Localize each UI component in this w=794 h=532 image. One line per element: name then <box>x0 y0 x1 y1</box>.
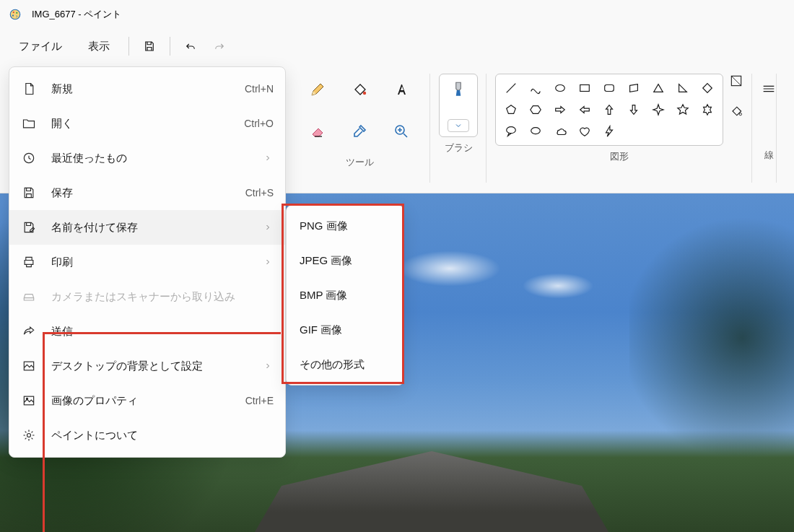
menu-label: カメラまたはスキャナーから取り込み <box>51 290 274 304</box>
shape-arrow-left[interactable] <box>572 99 597 121</box>
tools-label: ツール <box>346 156 374 169</box>
save-button[interactable] <box>135 33 164 59</box>
chevron-right-icon <box>262 258 274 266</box>
undo-button[interactable] <box>176 33 205 59</box>
menu-label: デスクトップの背景として設定 <box>51 359 262 373</box>
submenu-bmp[interactable]: BMP 画像 <box>287 278 403 313</box>
submenu-label: その他の形式 <box>300 358 365 372</box>
shape-hexagon[interactable] <box>523 99 548 121</box>
submenu-label: JPEG 画像 <box>300 254 352 268</box>
text-tool[interactable] <box>381 69 422 110</box>
shape-line[interactable] <box>499 77 523 99</box>
file-menu-properties[interactable]: 画像のプロパティ Ctrl+E <box>9 383 285 418</box>
file-menu-new[interactable]: 新規 Ctrl+N <box>9 71 285 106</box>
file-icon <box>21 82 37 96</box>
ribbon-group-shapes: 図形 <box>487 64 752 193</box>
menu-view[interactable]: 表示 <box>75 34 123 59</box>
file-menu-save[interactable]: 保存 Ctrl+S <box>9 175 285 210</box>
svg-point-10 <box>531 128 541 134</box>
menu-accel: Ctrl+O <box>244 118 274 129</box>
submenu-label: BMP 画像 <box>300 289 347 302</box>
shape-heart[interactable] <box>572 121 597 142</box>
file-menu-about[interactable]: ペイントについて <box>9 418 285 453</box>
shape-rect[interactable] <box>572 77 597 99</box>
menu-file[interactable]: ファイル <box>6 34 75 59</box>
chevron-down-icon <box>448 119 469 132</box>
submenu-other[interactable]: その他の形式 <box>287 347 403 382</box>
file-menu-send[interactable]: 送信 <box>9 314 285 349</box>
chevron-right-icon <box>262 154 274 162</box>
menu-label: 名前を付けて保存 <box>51 221 262 235</box>
menu-accel: Ctrl+E <box>245 395 274 406</box>
ribbon-group-line: 線 <box>752 64 777 193</box>
zoom-tool[interactable] <box>381 111 422 152</box>
shape-arrow-down[interactable] <box>621 99 646 121</box>
shape-arrow-right[interactable] <box>548 99 572 121</box>
eraser-tool[interactable] <box>297 111 338 152</box>
shape-callout-oval[interactable] <box>523 121 548 142</box>
menu-label: 新規 <box>51 82 245 96</box>
shapes-gallery[interactable] <box>495 74 723 146</box>
shape-star5[interactable] <box>671 99 695 121</box>
brush-label: ブラシ <box>445 141 473 154</box>
shape-curve[interactable] <box>523 77 548 99</box>
menu-label: 印刷 <box>51 256 262 269</box>
highlight-connector <box>43 332 281 334</box>
wallpaper-icon <box>21 359 37 373</box>
brush-dropdown[interactable] <box>439 74 478 137</box>
line-icon[interactable] <box>761 81 777 100</box>
shape-callout-round[interactable] <box>499 121 523 142</box>
ribbon-group-tools: ツール <box>289 64 430 193</box>
redo-button[interactable] <box>205 33 234 59</box>
shape-triangle[interactable] <box>646 77 671 99</box>
shape-polygon[interactable] <box>621 77 646 99</box>
svg-point-12 <box>739 113 741 115</box>
window-title: IMG_6677 - ペイント <box>32 8 121 21</box>
menu-label: 最近使ったもの <box>51 152 262 165</box>
submenu-gif[interactable]: GIF 画像 <box>287 313 403 347</box>
titlebar: IMG_6677 - ペイント <box>0 0 794 29</box>
chevron-right-icon <box>262 362 274 370</box>
file-menu-print[interactable]: 印刷 <box>9 245 285 279</box>
clock-icon <box>21 151 37 165</box>
shape-arrow-up[interactable] <box>597 99 621 121</box>
separator <box>128 37 129 56</box>
shape-fill-icon[interactable] <box>729 104 743 121</box>
menu-accel: Ctrl+N <box>245 83 274 95</box>
file-menu: 新規 Ctrl+N 開く Ctrl+O 最近使ったもの 保存 Ctrl+S 名前… <box>9 66 286 458</box>
save-as-icon <box>21 220 37 235</box>
shapes-label: 図形 <box>610 150 629 163</box>
submenu-jpeg[interactable]: JPEG 画像 <box>287 243 403 278</box>
shape-roundrect[interactable] <box>597 77 621 99</box>
properties-icon <box>21 393 37 408</box>
fill-tool[interactable] <box>339 69 380 110</box>
shape-diamond[interactable] <box>695 77 720 99</box>
highlight-connector <box>43 332 45 532</box>
shape-right-triangle[interactable] <box>671 77 695 99</box>
picker-tool[interactable] <box>339 111 380 152</box>
separator <box>170 37 170 56</box>
shape-lightning[interactable] <box>597 121 621 142</box>
shape-outline-icon[interactable] <box>729 74 743 91</box>
svg-point-6 <box>556 85 565 92</box>
file-menu-open[interactable]: 開く Ctrl+O <box>9 106 285 141</box>
shape-star6[interactable] <box>695 99 720 121</box>
svg-point-3 <box>12 14 14 16</box>
file-menu-wallpaper[interactable]: デスクトップの背景として設定 <box>9 349 285 383</box>
shape-oval[interactable] <box>548 77 572 99</box>
file-menu-save-as[interactable]: 名前を付けて保存 <box>9 210 285 245</box>
file-menu-recent[interactable]: 最近使ったもの <box>9 141 285 175</box>
submenu-png[interactable]: PNG 画像 <box>287 209 403 243</box>
folder-icon <box>21 116 37 131</box>
svg-point-1 <box>13 12 14 13</box>
pencil-tool[interactable] <box>297 69 338 110</box>
svg-point-17 <box>27 434 31 437</box>
print-icon <box>21 255 37 269</box>
svg-rect-7 <box>580 85 590 92</box>
menubar: ファイル 表示 <box>0 29 794 64</box>
svg-point-9 <box>507 127 516 134</box>
shape-callout-cloud[interactable] <box>548 121 572 142</box>
shape-pentagon[interactable] <box>499 99 523 121</box>
save-icon <box>21 186 37 200</box>
shape-star4[interactable] <box>646 99 671 121</box>
